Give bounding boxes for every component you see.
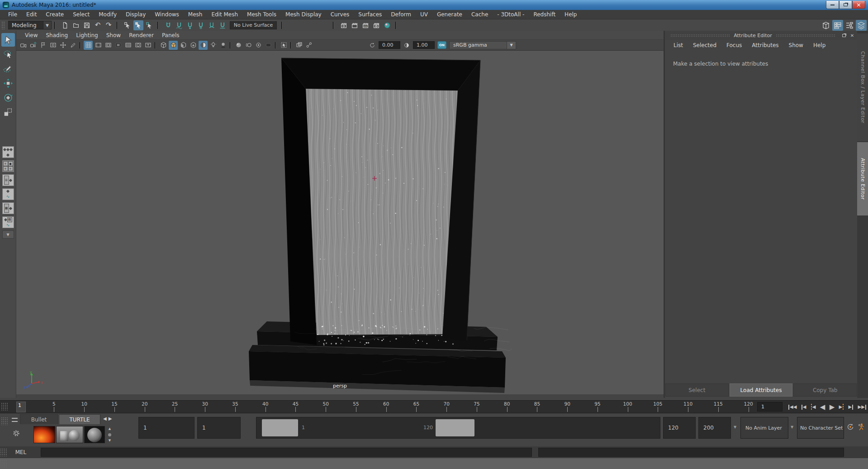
step-forward-key-button[interactable]: ▶ [839, 402, 844, 412]
snap-to-point-icon[interactable] [185, 20, 195, 30]
menu-item[interactable]: Select [68, 11, 94, 18]
camera-bookmark-icon[interactable] [38, 41, 47, 50]
snap-to-view-plane-icon[interactable] [218, 20, 228, 30]
xray-icon[interactable] [294, 41, 304, 50]
wireframe-icon[interactable] [159, 41, 168, 50]
animation-start-field[interactable]: 1 [138, 417, 194, 439]
select-tool[interactable] [1, 33, 15, 47]
close-panel-icon[interactable]: ✕ [849, 33, 855, 38]
character-set-icon[interactable] [857, 422, 866, 431]
lights-icon[interactable] [209, 41, 218, 50]
undo-icon[interactable]: ↶ [93, 20, 103, 30]
isolate-select-icon[interactable] [279, 41, 288, 50]
3d-viewport[interactable]: y x z persp [16, 51, 664, 394]
menu-item[interactable]: Redshift [529, 11, 560, 18]
gamma-toggle-button[interactable]: ON [437, 41, 446, 49]
panel-menu-item[interactable]: Renderer [125, 32, 158, 38]
copy-tab-button[interactable]: Copy Tab [793, 383, 857, 397]
play-backward-button[interactable]: ◀ [820, 402, 825, 412]
auto-keyframe-toggle-icon[interactable] [846, 422, 855, 431]
layout-hypershade-persp-button[interactable]: ▦ [2, 202, 14, 214]
chevron-down-icon[interactable]: ▼ [507, 41, 516, 49]
step-back-frame-button[interactable]: ◀ [801, 402, 806, 412]
go-to-start-button[interactable]: ◀◀ [788, 402, 797, 412]
time-slider[interactable]: 1 51015202530354045505560657075808590951… [0, 400, 868, 413]
lock-camera-icon[interactable] [28, 41, 38, 50]
ae-menu-item[interactable]: Focus [721, 42, 747, 48]
ae-menu-item[interactable]: Show [784, 42, 808, 48]
menu-item[interactable]: Curves [326, 11, 354, 18]
select-by-component-icon[interactable] [144, 20, 154, 30]
chevron-down-icon[interactable]: ▼ [43, 21, 52, 29]
ipr-render-icon[interactable]: IPR [360, 20, 370, 30]
rotate-tool[interactable] [1, 91, 15, 105]
shelf-item-fire[interactable] [33, 426, 55, 443]
move-tool[interactable] [1, 77, 15, 90]
safe-title-icon[interactable] [143, 41, 152, 50]
shelf-item-render-objects[interactable] [56, 426, 83, 443]
close-button[interactable]: × [852, 1, 865, 9]
render-settings-icon[interactable] [371, 20, 381, 30]
layout-four-pane-button[interactable]: +◆++ [2, 160, 14, 172]
menu-item[interactable]: Edit [22, 11, 41, 18]
textured-icon[interactable] [189, 41, 198, 50]
menu-item[interactable]: Deform [386, 11, 416, 18]
commandline-grip[interactable] [0, 448, 7, 456]
tab-channel-box[interactable]: Channel Box / Layer Editor [857, 34, 868, 141]
live-surface-field[interactable]: No Live Surface [230, 21, 277, 29]
use-default-material-icon[interactable] [199, 41, 208, 50]
lasso-tool[interactable] [1, 48, 15, 61]
colorspace-dropdown[interactable]: sRGB gamma [449, 41, 507, 49]
menuset-dropdown[interactable]: Modeling ▼ [8, 21, 52, 29]
wireframe-on-shaded-icon[interactable] [179, 41, 188, 50]
tool-settings-toggle-icon[interactable] [844, 20, 855, 31]
menu-item[interactable]: Mesh [184, 11, 207, 18]
grease-pencil-icon[interactable] [68, 41, 77, 50]
render-current-frame-icon[interactable] [350, 20, 360, 30]
shelf-tab-bullet[interactable]: Bullet [20, 414, 58, 424]
statusline-grip[interactable] [1, 21, 5, 29]
gear-icon[interactable] [13, 430, 20, 437]
exposure-icon[interactable] [368, 41, 377, 50]
contrast-field[interactable]: 1.00 [413, 41, 435, 49]
panel-menu-item[interactable]: View [21, 32, 42, 38]
redo-icon[interactable]: ↷ [104, 20, 114, 30]
animation-end-field[interactable]: 200 [698, 417, 731, 439]
restore-button[interactable] [839, 1, 852, 9]
panel-menu-item[interactable]: Shading [42, 32, 72, 38]
menu-item[interactable]: - 3DtoAll - [493, 11, 529, 18]
panel-menu-item[interactable]: Lighting [72, 32, 102, 38]
grid-icon[interactable] [84, 41, 93, 50]
menu-item[interactable]: Edit Mesh [207, 11, 242, 18]
menu-item[interactable]: Cache [467, 11, 493, 18]
occlusion-icon[interactable] [234, 41, 243, 50]
light-editor-icon[interactable] [382, 20, 392, 30]
step-forward-frame-button[interactable]: ▶ [849, 402, 854, 412]
select-camera-icon[interactable] [19, 41, 28, 50]
open-render-view-icon[interactable] [339, 20, 349, 30]
menu-item[interactable]: Surfaces [354, 11, 386, 18]
chevron-down-icon[interactable]: ▼ [791, 425, 793, 429]
ae-menu-item[interactable]: List [669, 42, 688, 48]
smooth-shade-icon[interactable] [169, 41, 178, 50]
anim-layer-dropdown[interactable]: No Anim Layer [740, 417, 788, 439]
new-scene-icon[interactable] [60, 20, 70, 30]
play-forward-button[interactable]: ▶ [830, 402, 835, 412]
exposure-field[interactable]: 0.00 [379, 41, 400, 49]
select-by-object-icon[interactable] [133, 20, 143, 30]
step-back-key-button[interactable]: ◀ [811, 402, 816, 412]
save-scene-icon[interactable] [82, 20, 92, 30]
multisample-icon[interactable] [254, 41, 263, 50]
motion-blur-icon[interactable] [244, 41, 253, 50]
shelf-menu-icon[interactable] [12, 418, 18, 422]
snap-to-curve-icon[interactable] [174, 20, 184, 30]
chevron-down-icon[interactable]: ▼ [734, 425, 736, 429]
go-to-end-button[interactable]: ▶▶ [858, 402, 867, 412]
2d-pan-zoom-icon[interactable] [58, 41, 67, 50]
helpline-grip[interactable] [0, 459, 7, 468]
current-frame-field[interactable]: 1 [757, 402, 783, 412]
water-wall-model[interactable] [240, 55, 520, 394]
gate-mask-icon[interactable] [114, 41, 123, 50]
ae-menu-item[interactable]: Selected [688, 42, 721, 48]
xray-joints-icon[interactable] [304, 41, 313, 50]
